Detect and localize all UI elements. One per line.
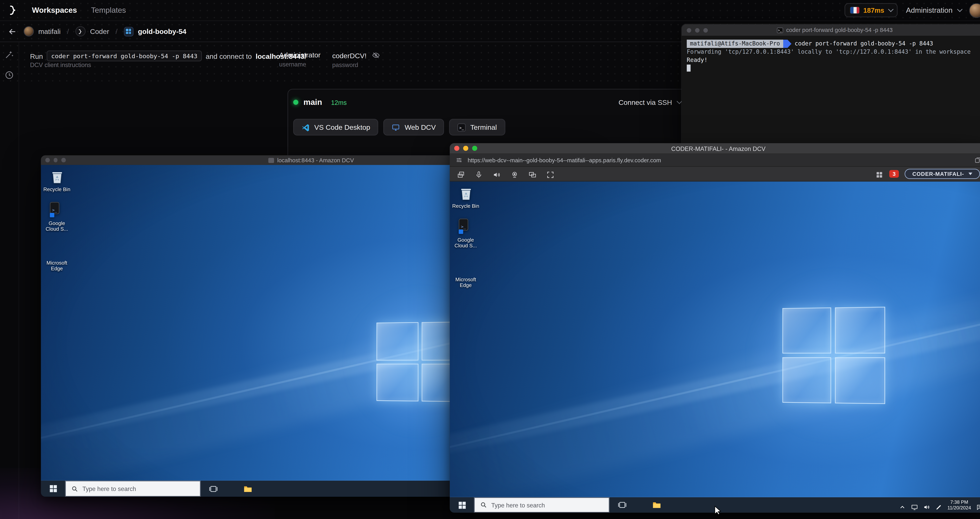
copy-page-icon[interactable] — [974, 157, 980, 164]
taskbar-clock[interactable]: 7:38 PM 11/20/2024 — [947, 499, 971, 511]
prompt-host: matifali@Atifs-MacBook-Pro — [687, 40, 783, 48]
latency-region-selector[interactable]: 187ms — [845, 3, 898, 17]
recycle-bin-shortcut[interactable]: Recycle Bin — [41, 169, 72, 193]
chevron-down-icon — [676, 99, 682, 104]
speaker-icon[interactable] — [493, 170, 501, 178]
terminal-cursor — [687, 64, 691, 72]
fullscreen-icon[interactable] — [546, 170, 555, 178]
breadcrumb-workspace[interactable]: gold-booby-54 — [124, 27, 186, 36]
breadcrumb-workspace-label: gold-booby-54 — [138, 27, 186, 35]
microphone-icon[interactable] — [475, 170, 483, 178]
edge-taskbar-icon[interactable] — [226, 484, 235, 493]
search-icon — [72, 486, 78, 492]
nav-workspaces[interactable]: Workspaces — [32, 6, 77, 15]
taskbar-search-input[interactable]: Type here to search — [65, 481, 200, 497]
taskbar-apps — [200, 481, 261, 497]
breadcrumb-org-label: Coder — [90, 27, 109, 35]
password-value: coderDCV! — [332, 51, 366, 59]
recycle-bin-icon — [458, 185, 474, 202]
multi-monitor-icon[interactable] — [528, 170, 537, 178]
latency-value: 187ms — [863, 6, 885, 14]
session-name-button[interactable]: CODER-MATIFALI- — [905, 169, 980, 179]
top-navbar: Workspaces Templates 187ms Administratio… — [0, 0, 980, 21]
session-windows-icon[interactable] — [457, 170, 465, 178]
nav-templates[interactable]: Templates — [91, 6, 126, 15]
edge-icon — [49, 242, 65, 258]
tray-chevron-up-icon[interactable] — [899, 501, 906, 508]
desktop-icon-label: Google Cloud S... — [450, 237, 481, 249]
breadcrumb-separator: / — [67, 27, 69, 35]
traffic-light-controls[interactable] — [454, 146, 477, 151]
window-controls[interactable] — [45, 158, 65, 162]
windows-wallpaper — [450, 181, 980, 513]
vscode-desktop-button[interactable]: VS Code Desktop — [293, 119, 379, 135]
vscode-icon — [301, 123, 310, 131]
action-center-icon[interactable] — [976, 501, 980, 508]
history-clock-icon[interactable] — [5, 70, 14, 80]
screen: Workspaces Templates 187ms Administratio… — [0, 0, 980, 519]
desktop-icon-label: Microsoft Edge — [41, 260, 72, 272]
microsoft-edge-shortcut[interactable]: Microsoft Edge — [41, 242, 72, 272]
google-cloud-sdk-shortcut[interactable]: >_ Google Cloud S... — [450, 219, 481, 249]
agent-apps: VS Code Desktop Web DCV >_ Terminal — [288, 113, 688, 141]
tray-pen-icon[interactable] — [935, 501, 942, 508]
dcv-front-title-area: CODER-MATIFALI- - Amazon DCV — [450, 145, 980, 152]
tray-display-icon[interactable] — [911, 501, 918, 508]
apps-grid-icon[interactable] — [875, 170, 884, 178]
webcam-icon[interactable] — [511, 170, 519, 178]
search-icon — [480, 502, 487, 508]
breadcrumb-org[interactable]: Coder — [75, 26, 109, 37]
connect-middle-text: and connect to — [205, 52, 252, 60]
mouse-cursor — [714, 506, 721, 515]
breadcrumb-user-label: matifali — [38, 27, 61, 35]
url-text[interactable]: https://web-dcv--main--gold-booby-54--ma… — [468, 157, 969, 164]
terminal-button[interactable]: >_ Terminal — [449, 119, 505, 135]
connect-via-ssh-label: Connect via SSH — [619, 99, 672, 106]
powerline-arrow-icon — [783, 40, 791, 48]
edge-taskbar-icon[interactable] — [635, 500, 644, 509]
tray-volume-icon[interactable] — [923, 501, 930, 508]
port-forward-command-chip[interactable]: coder port-forward gold-booby-54 -p 8443 — [47, 51, 202, 61]
file-explorer-icon[interactable] — [243, 484, 253, 493]
terminal-title-area: >_ coder port-forward gold-booby-54 -p 8… — [682, 27, 980, 33]
breadcrumb-user[interactable]: matifali — [24, 26, 61, 37]
back-arrow-icon[interactable] — [8, 27, 17, 36]
terminal-output: matifali@Atifs-MacBook-Procoder port-for… — [682, 37, 980, 76]
site-settings-icon[interactable] — [455, 157, 463, 164]
window-controls[interactable] — [687, 28, 708, 32]
monitor-icon — [392, 123, 400, 131]
eye-off-icon[interactable] — [372, 51, 380, 59]
terminal-titlebar[interactable]: >_ coder port-forward gold-booby-54 -p 8… — [682, 24, 980, 37]
taskbar-search-input[interactable]: Type here to search — [474, 497, 609, 513]
file-explorer-icon[interactable] — [652, 500, 661, 509]
dcv-front-titlebar[interactable]: CODER-MATIFALI- - Amazon DCV — [450, 143, 980, 154]
console-icon: >_ — [458, 219, 474, 235]
dropdown-caret-icon — [969, 172, 972, 175]
google-cloud-sdk-shortcut[interactable]: >_ Google Cloud S... — [41, 202, 72, 232]
desktop-icon-label: Recycle Bin — [43, 186, 70, 193]
left-sidebar — [0, 42, 19, 519]
connect-via-ssh-button[interactable]: Connect via SSH — [619, 99, 680, 106]
start-button[interactable] — [450, 497, 474, 513]
start-button[interactable] — [41, 481, 65, 497]
terminal-ready-line: Ready! — [687, 56, 980, 64]
username-value: Administrator — [279, 51, 320, 59]
dcv-session-toolbar: 3 CODER-MATIFALI- — [450, 167, 980, 181]
task-view-icon[interactable] — [209, 484, 218, 493]
notification-badge[interactable]: 3 — [889, 170, 899, 178]
coder-logo-icon[interactable] — [6, 4, 19, 17]
desktop-icon-label: Google Cloud S... — [41, 220, 72, 232]
web-dcv-button[interactable]: Web DCV — [383, 119, 444, 135]
coder-avatar-icon — [75, 26, 86, 37]
administration-menu[interactable]: Administration — [906, 6, 961, 14]
magic-wand-icon[interactable] — [5, 50, 14, 59]
user-avatar[interactable] — [969, 3, 980, 18]
workspace-icon — [124, 27, 134, 36]
recycle-bin-shortcut[interactable]: Recycle Bin — [450, 185, 481, 210]
terminal-command: coder port-forward gold-booby-54 -p 8443 — [795, 40, 933, 47]
task-view-icon[interactable] — [618, 500, 627, 509]
dcv-client-instructions-link[interactable]: DCV client instructions — [30, 61, 91, 68]
microsoft-edge-shortcut[interactable]: Microsoft Edge — [450, 259, 481, 289]
dcv-window-coder-matifali: CODER-MATIFALI- - Amazon DCV https://web… — [450, 143, 980, 513]
terminal-window-title: coder port-forward gold-booby-54 -p 8443 — [786, 27, 892, 33]
